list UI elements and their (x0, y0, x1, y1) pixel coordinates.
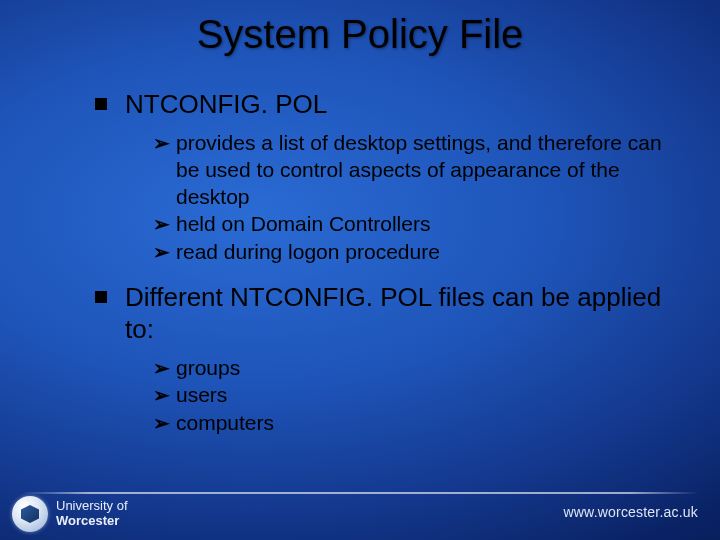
sub-list: ➢ groups ➢ users ➢ computers (153, 354, 680, 436)
crest-icon (12, 496, 48, 532)
sub-item: ➢ users (153, 381, 680, 408)
sub-text: computers (176, 409, 274, 436)
bullet-item: Different NTCONFIG. POL files can be app… (95, 281, 680, 346)
sub-text: users (176, 381, 227, 408)
arrow-icon: ➢ (153, 410, 170, 436)
sub-text: read during logon procedure (176, 238, 440, 265)
square-bullet-icon (95, 98, 107, 110)
sub-text: held on Domain Controllers (176, 210, 430, 237)
arrow-icon: ➢ (153, 211, 170, 237)
bullet-text: Different NTCONFIG. POL files can be app… (125, 281, 680, 346)
university-logo: University of Worcester (12, 496, 128, 532)
slide: System Policy File NTCONFIG. POL ➢ provi… (0, 0, 720, 540)
bullet-item: NTCONFIG. POL (95, 88, 680, 121)
logo-text: University of Worcester (56, 499, 128, 529)
sub-item: ➢ held on Domain Controllers (153, 210, 680, 237)
arrow-icon: ➢ (153, 382, 170, 408)
square-bullet-icon (95, 291, 107, 303)
divider-line (22, 492, 698, 494)
org-line2: Worcester (56, 514, 128, 529)
arrow-icon: ➢ (153, 355, 170, 381)
sub-list: ➢ provides a list of desktop settings, a… (153, 129, 680, 265)
content-area: NTCONFIG. POL ➢ provides a list of deskt… (95, 88, 680, 452)
bullet-text: NTCONFIG. POL (125, 88, 327, 121)
arrow-icon: ➢ (153, 130, 170, 156)
sub-item: ➢ provides a list of desktop settings, a… (153, 129, 680, 211)
sub-item: ➢ groups (153, 354, 680, 381)
footer-url: www.worcester.ac.uk (563, 504, 698, 520)
sub-item: ➢ read during logon procedure (153, 238, 680, 265)
arrow-icon: ➢ (153, 239, 170, 265)
footer: University of Worcester www.worcester.ac… (0, 478, 720, 540)
sub-item: ➢ computers (153, 409, 680, 436)
slide-title: System Policy File (0, 12, 720, 57)
sub-text: groups (176, 354, 240, 381)
sub-text: provides a list of desktop settings, and… (176, 129, 680, 211)
org-line1: University of (56, 499, 128, 514)
